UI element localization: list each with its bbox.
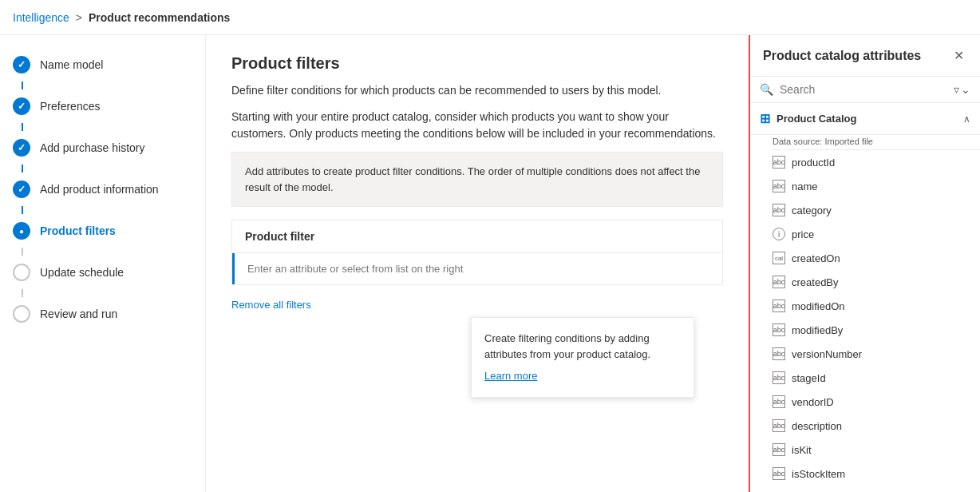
attr-item-versionNumber[interactable]: abc versionNumber [750,342,980,366]
attr-item-price[interactable]: i price [750,222,980,246]
attr-item-createdOn[interactable]: cal createdOn [750,246,980,270]
sidebar: Name model Preferences Add purchase hist… [0,35,206,492]
attr-icon-createdBy: abc [773,276,785,288]
table-icon: ⊞ [760,111,770,126]
attr-name-stageId: stageId [792,372,826,384]
filter-input-row [232,253,722,284]
attr-name-versionNumber: versionNumber [792,348,862,360]
breadcrumb-parent[interactable]: Intelligence [13,11,69,24]
attr-name-createdOn: createdOn [792,252,840,264]
step-icon-product-info [13,181,30,198]
attr-item-isKit[interactable]: abc isKit [750,438,980,462]
connector-2 [22,123,23,131]
connector-4 [22,206,23,214]
tooltip-box: Create filtering conditions by adding at… [471,317,694,398]
connector-6 [22,289,23,297]
step-icon-preferences [13,97,30,115]
catalog-section: ⊞ Product Catalog ∧ Data source: Importe… [750,103,980,492]
sidebar-item-name-model[interactable]: Name model [0,48,205,81]
attr-item-productId[interactable]: abc productId [750,150,980,174]
attr-icon-isKit: abc [773,443,785,456]
step-icon-purchase-history [13,139,30,157]
sidebar-label-review-run: Review and run [40,308,117,320]
attr-icon-price: i [773,228,785,240]
right-panel-header: Product catalog attributes ✕ [750,35,980,77]
search-row: 🔍 ▿ ⌄ [750,77,980,103]
attr-item-vendorID[interactable]: abc vendorID [750,390,980,414]
filter-block-header: Product filter [232,220,722,253]
step-icon-update-schedule [13,264,30,281]
step-icon-name-model [13,56,30,73]
attr-icon-description: abc [773,419,785,432]
connector-5 [22,248,23,256]
attr-name-modifiedOn: modifiedOn [792,300,844,312]
attr-icon-stageId: abc [773,371,785,384]
center-pane: Product filters Define filter conditions… [206,35,749,492]
right-panel: Product catalog attributes ✕ 🔍 ▿ ⌄ ⊞ Pro… [749,35,980,492]
attr-name-productId: productId [792,157,835,169]
collapse-icon: ∧ [963,113,970,125]
filter-sort-button[interactable]: ▿ ⌄ [954,83,970,96]
sidebar-item-product-filters[interactable]: ● Product filters [0,214,205,248]
learn-more-link[interactable]: Learn more [484,368,537,384]
search-input[interactable] [780,83,947,96]
connector-1 [22,81,23,89]
search-icon: 🔍 [760,83,773,96]
filter-icon: ▿ [954,83,959,96]
sidebar-label-product-info: Add product information [40,183,159,196]
catalog-name: Product Catalog [776,113,856,125]
description-2: Starting with your entire product catalo… [231,109,723,142]
attr-icon-vendorID: abc [773,395,785,408]
sidebar-item-product-info[interactable]: Add product information [0,173,205,206]
sidebar-label-update-schedule: Update schedule [40,266,124,279]
description-1: Define filter conditions for which produ… [231,82,723,99]
attr-name-vendorID: vendorID [792,396,834,408]
info-box-text: Add attributes to create product filter … [245,165,700,193]
filter-attribute-input[interactable] [247,263,709,275]
attr-name-name: name [792,181,818,192]
attr-icon-category: abc [773,204,785,216]
attr-icon-name: abc [773,180,785,192]
sidebar-label-preferences: Preferences [40,100,100,113]
step-icon-review-run [13,305,30,323]
attr-icon-versionNumber: abc [773,347,785,360]
catalog-data-source: Data source: Imported file [773,135,980,150]
sidebar-item-review-run[interactable]: Review and run [0,297,205,331]
top-bar: Intelligence > Product recommendations [0,0,980,35]
sidebar-label-purchase-history: Add purchase history [40,141,145,154]
sidebar-item-purchase-history[interactable]: Add purchase history [0,131,205,165]
attr-item-modifiedBy[interactable]: abc modifiedBy [750,318,980,342]
attr-item-stageId[interactable]: abc stageId [750,366,980,390]
attr-name-description: description [792,420,842,432]
attr-name-isKit: isKit [792,444,812,456]
attr-name-price: price [792,228,814,240]
sidebar-label-product-filters: Product filters [40,224,116,237]
attr-item-category[interactable]: abc category [750,198,980,222]
attr-icon-modifiedBy: abc [773,323,785,336]
page-title: Product filters [231,54,723,73]
attr-item-name[interactable]: abc name [750,174,980,198]
tooltip-popup: Create filtering conditions by adding at… [471,317,694,398]
close-button[interactable]: ✕ [950,45,967,66]
tooltip-text: Create filtering conditions by adding at… [484,332,650,360]
sidebar-item-preferences[interactable]: Preferences [0,89,205,123]
attr-item-isStockItem[interactable]: abc isStockItem [750,462,980,486]
breadcrumb: Intelligence > Product recommendations [13,11,230,24]
catalog-group-header[interactable]: ⊞ Product Catalog ∧ [750,103,980,135]
right-panel-title: Product catalog attributes [763,49,921,63]
remove-all-filters-link[interactable]: Remove all filters [231,299,311,311]
attr-item-description[interactable]: abc description [750,414,980,438]
attr-name-isStockItem: isStockItem [792,468,845,480]
attr-name-category: category [792,204,832,216]
connector-3 [22,165,23,173]
filter-block: Product filter [231,220,723,285]
sidebar-item-update-schedule[interactable]: Update schedule [0,256,205,289]
attr-icon-createdOn: cal [773,252,785,264]
attr-item-createdBy[interactable]: abc createdBy [750,270,980,294]
breadcrumb-separator: > [76,11,82,24]
catalog-group-title: ⊞ Product Catalog [760,111,856,126]
attr-name-modifiedBy: modifiedBy [792,324,843,336]
attr-item-modifiedOn[interactable]: abc modifiedOn [750,294,980,318]
chevron-down-icon: ⌄ [961,83,970,96]
attr-icon-modifiedOn: abc [773,300,785,312]
